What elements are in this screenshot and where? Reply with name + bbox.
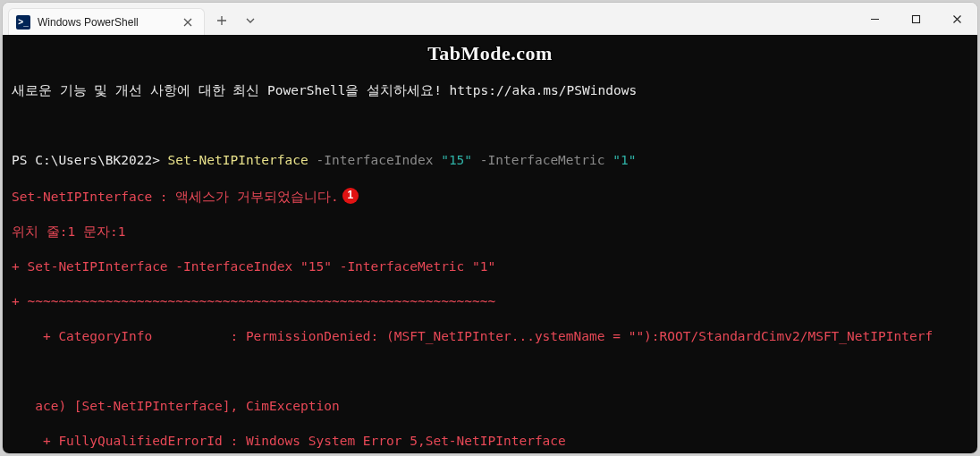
command-line: PS C:\Users\BK2022> Set-NetIPInterface -…: [12, 152, 968, 170]
titlebar: >_ Windows PowerShell: [3, 3, 977, 35]
tab-powershell[interactable]: >_ Windows PowerShell: [8, 8, 205, 35]
app-window: >_ Windows PowerShell: [2, 2, 978, 454]
error-category: + CategoryInfo : PermissionDenied: (MSFT…: [12, 328, 968, 346]
error-underline: + ~~~~~~~~~~~~~~~~~~~~~~~~~~~~~~~~~~~~~~…: [12, 293, 968, 311]
blank-line: [12, 363, 968, 381]
tab-dropdown-button[interactable]: [237, 7, 264, 34]
tab-actions: [205, 3, 264, 35]
param-name: -InterfaceMetric: [472, 153, 612, 167]
titlebar-drag-area[interactable]: [264, 3, 854, 35]
param-name: -InterfaceIndex: [308, 153, 441, 167]
terminal-area[interactable]: TabMode.com 새로운 기능 및 개선 사항에 대한 최신 PowerS…: [3, 35, 977, 453]
error-category-cont: ace) [Set-NetIPInterface], CimException: [12, 398, 968, 416]
close-tab-button[interactable]: [181, 15, 195, 30]
blank-line: [12, 117, 968, 135]
minimize-button[interactable]: [854, 3, 895, 35]
prompt-text: PS C:\Users\BK2022>: [12, 153, 168, 167]
window-controls: [854, 3, 977, 35]
error-fq-id: + FullyQualifiedErrorId : Windows System…: [12, 433, 968, 451]
param-value: "15": [441, 153, 472, 167]
error-loc: 위치 줄:1 문자:1: [12, 224, 968, 241]
tab-strip: >_ Windows PowerShell: [3, 3, 205, 35]
error-cmd: + Set-NetIPInterface -InterfaceIndex "15…: [12, 258, 968, 276]
error-text: Set-NetIPInterface : 액세스가 거부되었습니다.: [12, 189, 339, 203]
intro-line: 새로운 기능 및 개선 사항에 대한 최신 PowerShell을 설치하세요!…: [12, 82, 968, 100]
cmdlet-name: Set-NetIPInterface: [168, 153, 308, 167]
powershell-icon: >_: [16, 15, 30, 30]
close-window-button[interactable]: [936, 3, 977, 35]
svg-rect-0: [912, 15, 919, 22]
param-value: "1": [612, 153, 636, 167]
new-tab-button[interactable]: [208, 7, 235, 34]
maximize-button[interactable]: [895, 3, 936, 35]
tab-title: Windows PowerShell: [38, 16, 139, 29]
watermark-text: TabMode.com: [427, 40, 553, 67]
error-header: Set-NetIPInterface : 액세스가 거부되었습니다.1: [12, 188, 968, 206]
annotation-badge: 1: [342, 188, 359, 204]
